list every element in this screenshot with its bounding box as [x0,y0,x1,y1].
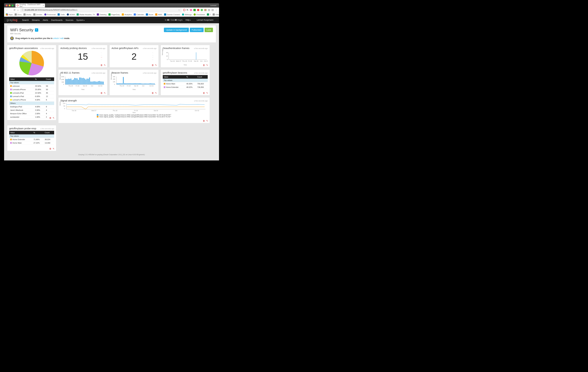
reload-icon[interactable]: ⟳ [14,9,16,11]
close-window-icon[interactable] [6,5,8,6]
svg-text:150k: 150k [61,76,64,78]
nav-sources[interactable]: Sources [65,19,73,21]
trash-icon[interactable]: 🗑 [100,64,103,66]
pencil-icon[interactable]: ✎ [53,148,54,150]
bookmark[interactable]: Ducky [23,13,31,16]
nav-alerts[interactable]: Alerts [43,19,48,21]
table-row[interactable]: sundasister1.00%2 [9,115,54,119]
bookmark[interactable]: PagerDuty [108,13,120,16]
graylog-logo[interactable]: graylog [7,18,18,22]
table-row[interactable]: Lennarts-iPad22.50%45 [9,91,54,95]
table-row[interactable]: Home Main27.32%14,458 [9,141,54,145]
bookmark[interactable]: Trello [58,13,65,16]
bookmark[interactable]: Protonmail [44,13,56,16]
edit-title-icon[interactable]: ✎ [35,28,38,32]
svg-rect-87 [149,83,150,85]
bookmark[interactable]: Garmin Connect [164,13,180,16]
bookmark[interactable]: Radar Houston, TX [77,13,95,16]
trash-icon[interactable]: 🗑 [152,92,154,94]
trash-icon[interactable]: 🗑 [203,92,205,94]
nav-dashboards[interactable]: Dashboards [51,19,63,21]
minimize-window-icon[interactable] [9,5,10,6]
trash-icon[interactable]: 🗑 [152,64,154,66]
bookmark[interactable]: Analytics [122,13,132,16]
svg-rect-69 [127,83,127,85]
widget-title: Deauthentication frames [163,47,189,50]
widget-title: Active getoffmylawn APs [112,47,138,50]
ext-icon[interactable] [201,9,203,11]
maximize-window-icon[interactable] [12,5,13,6]
address-bar[interactable]: ⓘ 10.243.255.10:9000/dashboards/59583f7c… [20,8,181,12]
ext-icon[interactable] [204,9,207,11]
bookmark[interactable]: T [207,13,211,16]
nav-help[interactable]: Help [186,19,191,21]
table-row[interactable]: keatingss-iPad4.00%8 [9,105,54,109]
trash-icon[interactable]: 🗑 [49,117,51,119]
home-icon[interactable]: ⌂ [17,9,19,11]
pencil-icon[interactable]: ✎ [206,64,208,66]
unlock-edit-link[interactable]: unlock / edit [53,37,63,40]
table-row[interactable]: Home Extender71.86%38,024 [9,138,54,141]
pencil-icon[interactable]: ✎ [53,117,54,119]
table-row[interactable]: Lennart's iPhone4.00%8 [9,98,54,102]
ext-icon[interactable] [193,9,196,11]
pencil-icon[interactable]: ✎ [155,64,157,66]
bookmark[interactable]: Zerotier [33,13,42,16]
bookmark[interactable]: Withings [182,13,192,16]
fullscreen-button[interactable]: Fullscreen [190,28,204,32]
svg-rect-40 [92,82,92,85]
browser-tab[interactable]: Graylog - Dashboard WiFi Sec… × [15,3,45,7]
table-row[interactable]: Lennarts-iPhone25.00%50 [9,88,54,91]
svg-rect-20 [67,79,68,85]
trash-icon[interactable]: 🗑 [100,92,103,94]
bookmark[interactable]: Datadog [97,13,106,16]
nav-system[interactable]: System [76,19,85,21]
table-row[interactable]: Amazon Echo Office2.00%4 [9,112,54,115]
table-row[interactable]: Home Main49.30%756,603 [163,82,208,86]
bookmark[interactable]: Calendar [134,13,144,16]
update-background-button[interactable]: Update in background [164,28,189,32]
table-row[interactable]: Jane's Macbook2.00%4 [9,109,54,112]
lock-button[interactable]: Lock [205,28,213,32]
ext-icon[interactable] [190,9,192,11]
other-bookmarks[interactable]: Other Bookmarks [213,13,219,16]
table-row[interactable]: Lennart's iPad6.00%12 [9,95,54,98]
svg-rect-21 [68,79,69,84]
pencil-icon[interactable]: ✎ [104,64,106,66]
pencil-icon[interactable]: ✎ [206,92,208,94]
pencil-icon[interactable]: ✎ [206,120,208,122]
trash-icon[interactable]: 🗑 [49,148,51,150]
ext-icon[interactable] [208,9,210,11]
menu-icon[interactable]: ⋮ [215,9,217,11]
bookmark[interactable]: NOAA [67,13,75,16]
table-row[interactable]: unknown29.50%59 [9,84,54,88]
star-icon[interactable]: ☆ [178,9,180,11]
bookmark[interactable]: Docs [15,13,21,16]
trash-icon[interactable]: 🗑 [203,120,205,122]
ext-icon[interactable]: D. [187,9,189,11]
forward-icon[interactable]: → [10,9,12,11]
nav-streams[interactable]: Streams [32,19,40,21]
back-icon[interactable]: ← [6,9,8,11]
pencil-icon[interactable]: ✎ [104,92,106,94]
trash-icon[interactable]: 🗑 [203,64,205,66]
close-tab-icon[interactable]: × [43,4,44,7]
svg-text:0: 0 [114,84,115,85]
svg-rect-28 [77,78,77,84]
bookmark[interactable]: Freshdesk [194,13,205,16]
ext-icon[interactable] [211,9,214,11]
bookmark[interactable]: Azure [146,13,153,16]
bookmark[interactable]: AWS [155,13,162,16]
profile-name[interactable]: Lennart [210,4,217,6]
svg-text:Wed 27: Wed 27 [91,110,96,111]
nav-user[interactable]: Lennart Koopmann [197,19,213,21]
svg-rect-66 [123,77,124,85]
nav-search[interactable]: Search [22,19,29,21]
svg-rect-75 [134,83,135,85]
svg-rect-22 [69,79,70,84]
ext-icon[interactable] [183,9,185,11]
ext-icon[interactable] [197,9,199,11]
bookmark-apps[interactable]: Apps [6,13,13,16]
pencil-icon[interactable]: ✎ [155,92,157,94]
table-row[interactable]: Home Extender48.02%736,856 [163,86,208,89]
